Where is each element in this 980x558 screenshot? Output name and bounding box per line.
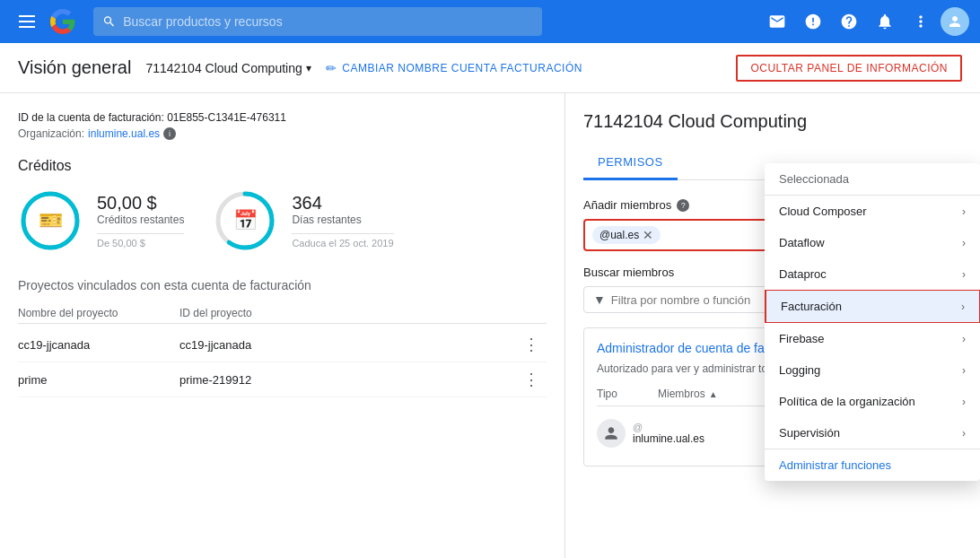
project-id-1: cc19-jjcanada <box>179 338 518 352</box>
project-actions-2: ⋮ <box>518 370 547 389</box>
dropdown-footer: Administrar funciones <box>765 449 980 481</box>
billing-id-line: ID de la cuenta de facturación: 01E855-C… <box>18 111 547 124</box>
member-at: @ <box>633 422 704 432</box>
person-icon <box>597 419 626 448</box>
project-name-1: cc19-jjcanada <box>18 338 179 352</box>
hamburger-icon[interactable] <box>11 5 43 38</box>
chevron-right-icon: › <box>962 268 966 281</box>
dropdown-item-politica[interactable]: Política de la organización › <box>765 386 980 417</box>
chevron-right-icon: › <box>962 333 966 345</box>
credit-label-1: Créditos restantes <box>97 214 184 226</box>
credit-info-2: 364 Días restantes Caduca el 25 oct. 201… <box>292 193 393 248</box>
pencil-icon: ✏ <box>326 61 337 75</box>
left-panel: ID de la cuenta de facturación: 01E855-C… <box>0 93 565 558</box>
dropdown-item-facturacion[interactable]: Facturación › <box>765 290 980 323</box>
dropdown-item-logging[interactable]: Logging › <box>765 354 980 386</box>
calendar-icon: 📅 <box>233 209 258 232</box>
member-domain: inlumine.ual.es <box>633 432 704 445</box>
filter-icon: ▼ <box>593 292 606 307</box>
member-input-box[interactable]: @ual.es ✕ <box>583 219 769 251</box>
more-options-icon-2[interactable]: ⋮ <box>518 369 545 390</box>
dropdown-menu: Seleccionada Cloud Composer › Dataflow ›… <box>765 163 980 481</box>
project-id-2: prime-219912 <box>179 373 518 387</box>
col-id-header: ID del proyecto <box>179 307 518 319</box>
chevron-right-icon: › <box>962 396 966 408</box>
more-icon[interactable] <box>905 5 937 38</box>
topbar <box>0 0 980 43</box>
col-name-header: Nombre del proyecto <box>18 307 179 319</box>
col-actions-header <box>518 307 547 319</box>
right-panel-title: 71142104 Cloud Computing <box>583 111 962 132</box>
chevron-right-icon: › <box>962 427 966 440</box>
page-title: Visión general <box>18 57 131 78</box>
dropdown-item-cloud-composer[interactable]: Cloud Composer › <box>765 196 980 227</box>
chevron-right-icon: › <box>962 205 966 218</box>
help-icon[interactable] <box>833 5 865 38</box>
account-selector[interactable]: 71142104 Cloud Computing ▾ <box>145 61 311 75</box>
header-bar: Visión general 71142104 Cloud Computing … <box>0 43 980 93</box>
sort-arrow-icon: ▲ <box>709 389 718 399</box>
alert-icon[interactable] <box>797 5 829 38</box>
tag-close-icon[interactable]: ✕ <box>643 228 653 242</box>
project-actions-1: ⋮ <box>518 335 547 354</box>
org-link[interactable]: inlumine.ual.es <box>88 127 160 140</box>
credit-value-2: 364 <box>292 193 393 214</box>
more-options-icon-1[interactable]: ⋮ <box>518 334 545 355</box>
credit-item-1: 🎫 50,00 $ Créditos restantes De 50,00 $ <box>18 188 184 253</box>
svg-rect-2 <box>19 26 35 28</box>
notifications-icon[interactable] <box>869 5 901 38</box>
project-name-2: prime <box>18 373 179 387</box>
app-logo <box>50 9 79 34</box>
tab-permisos[interactable]: PERMISOS <box>583 146 678 180</box>
avatar[interactable] <box>941 7 969 36</box>
chevron-right-icon: › <box>962 237 966 249</box>
table-header: Nombre del proyecto ID del proyecto <box>18 303 547 324</box>
info-icon[interactable]: i <box>163 127 176 140</box>
credit-sub-1: De 50,00 $ <box>97 233 184 248</box>
table-row: cc19-jjcanada cc19-jjcanada ⋮ <box>18 327 547 362</box>
chevron-right-icon: › <box>962 364 966 377</box>
topbar-actions <box>761 5 969 38</box>
add-members-info-icon[interactable]: ? <box>677 199 689 212</box>
admin-col-tipo: Tipo <box>597 388 651 400</box>
credit-label-2: Días restantes <box>292 214 393 226</box>
credit-circle-2: 📅 <box>213 188 277 253</box>
credit-value-1: 50,00 $ <box>97 193 184 214</box>
account-name: 71142104 Cloud Computing <box>145 61 302 75</box>
dropdown-header: Seleccionada <box>765 163 980 196</box>
main-content: ID de la cuenta de facturación: 01E855-C… <box>0 93 980 558</box>
member-tag: @ual.es ✕ <box>592 226 661 244</box>
credit-sub-2: Caduca el 25 oct. 2019 <box>292 233 393 248</box>
manage-functions-link[interactable]: Administrar funciones <box>779 458 891 472</box>
dropdown-item-dataproc[interactable]: Dataproc › <box>765 258 980 290</box>
search-input[interactable] <box>123 14 533 29</box>
change-name-button[interactable]: ✏ CAMBIAR NOMBRE CUENTA FACTURACIÓN <box>326 61 582 75</box>
org-line: Organización: inlumine.ual.es i <box>18 127 547 140</box>
chevron-right-icon: › <box>961 301 965 313</box>
search-bar[interactable] <box>93 7 542 36</box>
credits-section: 🎫 50,00 $ Créditos restantes De 50,00 $ … <box>18 188 547 253</box>
dropdown-item-firebase[interactable]: Firebase › <box>765 323 980 354</box>
credit-info-1: 50,00 $ Créditos restantes De 50,00 $ <box>97 193 184 248</box>
right-panel: 71142104 Cloud Computing PERMISOS Añadir… <box>565 93 980 558</box>
credit-circle-1: 🎫 <box>18 188 83 253</box>
credit-item-2: 📅 364 Días restantes Caduca el 25 oct. 2… <box>213 188 393 253</box>
projects-section: Proyectos vinculados con esta cuenta de … <box>18 278 547 397</box>
credits-title: Créditos <box>18 158 547 174</box>
chevron-down-icon: ▾ <box>306 62 311 74</box>
table-row: prime prime-219912 ⋮ <box>18 362 547 397</box>
gift-icon: 🎫 <box>39 209 63 232</box>
svg-rect-0 <box>19 15 35 17</box>
dropdown-item-supervision[interactable]: Supervisión › <box>765 417 980 449</box>
member-email-block: @ inlumine.ual.es <box>633 422 704 445</box>
svg-rect-1 <box>19 21 35 22</box>
projects-title: Proyectos vinculados con esta cuenta de … <box>18 278 547 292</box>
email-icon[interactable] <box>761 5 793 38</box>
dropdown-item-dataflow[interactable]: Dataflow › <box>765 227 980 258</box>
hide-panel-button[interactable]: OCULTAR PANEL DE INFORMACIÓN <box>736 55 962 82</box>
